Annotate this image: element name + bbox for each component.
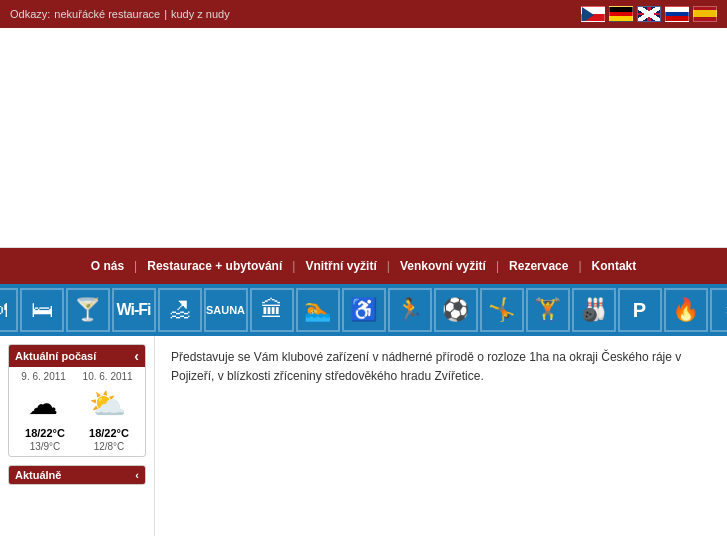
top-bar: Odkazy: nekuřácké restaurace | kudy z nu… [0, 0, 727, 28]
main-content: Představuje se Vám klubové zařízení v ná… [155, 336, 727, 536]
main-nav: O nás | Restaurace + ubytování | Vnitřní… [0, 248, 727, 284]
aktualně-arrow[interactable]: ‹ [135, 469, 139, 481]
icon-restaurace[interactable]: 🍽 [0, 288, 18, 332]
weather-date2: 10. 6. 2011 [83, 371, 133, 382]
weather-title: Aktuální počasí [15, 350, 96, 362]
nav-venkovni[interactable]: Venkovní vyžití [392, 259, 494, 273]
icon-parkoviste[interactable]: P [618, 288, 662, 332]
weather-temps: 18/22°C 18/22°C [9, 425, 145, 441]
links-label: Odkazy: [10, 8, 50, 20]
weather-icon2: ⛅ [89, 386, 126, 421]
icon-wifi[interactable]: Wi-Fi [112, 288, 156, 332]
weather-widget: Aktuální počasí ‹ 9. 6. 2011 10. 6. 2011… [8, 344, 146, 457]
aktualně-widget: Aktuálně ‹ [8, 465, 146, 485]
icon-posilovna[interactable]: 🏋 [526, 288, 570, 332]
nav-restaurace[interactable]: Restaurace + ubytování [139, 259, 290, 273]
weather-arrow[interactable]: ‹ [134, 348, 139, 364]
weather-temp2: 18/22°C [89, 427, 129, 439]
sidebar: Aktuální počasí ‹ 9. 6. 2011 10. 6. 2011… [0, 336, 155, 536]
weather-lows: 13/9°C 12/8°C [9, 441, 145, 456]
icon-plavani[interactable]: 🏊 [296, 288, 340, 332]
icon-bar[interactable]: 🍸 [66, 288, 110, 332]
icon-ohen[interactable]: 🔥 [664, 288, 708, 332]
nav-kontakt[interactable]: Kontakt [584, 259, 645, 273]
icon-lehатка[interactable]: 🏖 [158, 288, 202, 332]
nav-sep3: | [387, 259, 390, 273]
icon-beh[interactable]: 🏃 [388, 288, 432, 332]
weather-low2: 12/8°C [94, 441, 125, 452]
weather-icon1: ☁ [28, 386, 58, 421]
icons-bar: 🍽 🛏 🍸 Wi-Fi 🏖 SAUNA 🏛 🏊 ♿ 🏃 ⚽ 🤸 🏋 🎳 P 🔥 … [0, 284, 727, 336]
content: Aktuální počasí ‹ 9. 6. 2011 10. 6. 2011… [0, 336, 727, 536]
aktualně-header: Aktuálně ‹ [9, 466, 145, 484]
weather-date1: 9. 6. 2011 [21, 371, 65, 382]
weather-dates: 9. 6. 2011 10. 6. 2011 [9, 367, 145, 382]
nav-o-nas[interactable]: O nás [83, 259, 132, 273]
aktualně-title: Aktuálně [15, 469, 61, 481]
weather-header: Aktuální počasí ‹ [9, 345, 145, 367]
flag-de[interactable] [609, 6, 633, 22]
flag-gb[interactable] [637, 6, 661, 22]
flag-ru[interactable] [665, 6, 689, 22]
nav-sep1: | [134, 259, 137, 273]
top-links: Odkazy: nekuřácké restaurace | kudy z nu… [10, 8, 230, 20]
icon-vez[interactable]: 🏛 [250, 288, 294, 332]
flag-es[interactable] [693, 6, 717, 22]
icon-klimatizace[interactable]: ❄ [710, 288, 728, 332]
link-nekuracke[interactable]: nekuřácké restaurace [54, 8, 160, 20]
nav-sep2: | [292, 259, 295, 273]
lang-flags [581, 6, 717, 22]
nav-sep4: | [496, 259, 499, 273]
icon-fotbal[interactable]: ⚽ [434, 288, 478, 332]
intro-text: Představuje se Vám klubové zařízení v ná… [171, 348, 711, 386]
icon-ubytovani[interactable]: 🛏 [20, 288, 64, 332]
weather-temp1: 18/22°C [25, 427, 65, 439]
weather-low1: 13/9°C [30, 441, 61, 452]
flag-cz[interactable] [581, 6, 605, 22]
icon-bezbarierovy[interactable]: ♿ [342, 288, 386, 332]
nav-rezervace[interactable]: Rezervace [501, 259, 576, 273]
icon-fitness[interactable]: 🤸 [480, 288, 524, 332]
nav-sep5: | [578, 259, 581, 273]
sep1: | [164, 8, 167, 20]
banner [0, 28, 727, 248]
weather-icons-row: ☁ ⛅ [9, 382, 145, 425]
icon-bowling[interactable]: 🎳 [572, 288, 616, 332]
nav-vnitrni[interactable]: Vnitřní vyžití [297, 259, 384, 273]
link-kudy[interactable]: kudy z nudy [171, 8, 230, 20]
icon-sauna[interactable]: SAUNA [204, 288, 248, 332]
